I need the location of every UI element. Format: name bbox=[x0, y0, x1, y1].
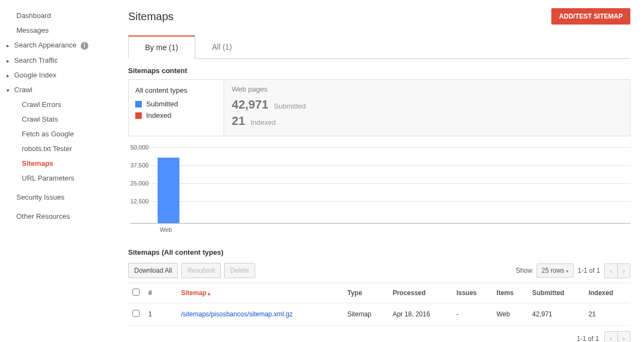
chart-bar-web-submitted bbox=[158, 158, 179, 223]
content-types-panel[interactable]: All content types Submitted Indexed bbox=[129, 80, 224, 136]
table-toolbar: Download All Resubmit Delete Show 25 row… bbox=[128, 263, 630, 278]
add-test-sitemap-button[interactable]: ADD/TEST SITEMAP bbox=[551, 8, 630, 25]
table-row: 1 /sitemaps/pisosbancos/sitemap.xml.gz S… bbox=[128, 303, 630, 326]
stat-indexed: 21 Indexed bbox=[232, 114, 622, 128]
chart-tick: 37,500 bbox=[130, 162, 149, 169]
main-content: Sitemaps ADD/TEST SITEMAP By me (1) All … bbox=[115, 0, 644, 342]
all-content-types-label: All content types bbox=[135, 86, 217, 94]
sidebar-item-crawl[interactable]: Crawl bbox=[0, 82, 115, 97]
sidebar-item-google-index[interactable]: Google Index bbox=[0, 68, 115, 82]
cell-issues: - bbox=[452, 303, 492, 326]
legend-label: Submitted bbox=[146, 100, 178, 108]
web-pages-label: Web pages bbox=[232, 85, 622, 93]
stat-value: 21 bbox=[232, 114, 245, 128]
legend-color-indexed bbox=[135, 112, 142, 119]
cell-sitemap-link[interactable]: /sitemaps/pisosbancos/sitemap.xml.gz bbox=[177, 303, 343, 326]
cell-items: Web bbox=[492, 303, 528, 326]
col-indexed[interactable]: Indexed bbox=[584, 283, 630, 303]
table-title: Sitemaps (All content types) bbox=[128, 248, 630, 256]
pager-text: 1-1 of 1 bbox=[578, 267, 600, 274]
tab-all[interactable]: All (1) bbox=[195, 35, 249, 59]
sidebar-item-crawl-errors[interactable]: Crawl Errors bbox=[0, 97, 115, 112]
tab-by-me[interactable]: By me (1) bbox=[128, 35, 195, 59]
row-checkbox[interactable] bbox=[133, 310, 140, 317]
stat-label: Indexed bbox=[250, 118, 275, 127]
pager-prev-button[interactable]: ‹ bbox=[605, 264, 617, 278]
download-all-button[interactable]: Download All bbox=[128, 263, 178, 278]
cell-indexed: 21 bbox=[584, 303, 630, 326]
pager-next-button[interactable]: › bbox=[617, 264, 630, 278]
stat-label: Submitted bbox=[274, 102, 306, 110]
sidebar-item-sitemaps[interactable]: Sitemaps bbox=[0, 156, 115, 171]
pager-prev-button-bottom[interactable]: ‹ bbox=[605, 332, 617, 342]
content-panel: All content types Submitted Indexed Web … bbox=[128, 79, 630, 136]
stat-value: 42,971 bbox=[232, 98, 268, 112]
resubmit-button[interactable]: Resubmit bbox=[181, 263, 221, 278]
stat-submitted: 42,971 Submitted bbox=[232, 98, 622, 112]
chart-tick: 50,000 bbox=[130, 144, 149, 151]
sidebar-item-search-traffic[interactable]: Search Traffic bbox=[0, 53, 115, 68]
chart-x-label: Web bbox=[160, 226, 630, 233]
pager-next-button-bottom[interactable]: › bbox=[617, 332, 630, 342]
col-num[interactable]: # bbox=[144, 283, 177, 303]
sidebar-item-search-appearance[interactable]: Search Appearance i bbox=[0, 38, 115, 53]
cell-submitted: 42,971 bbox=[528, 303, 584, 326]
legend-indexed: Indexed bbox=[135, 111, 217, 119]
col-processed[interactable]: Processed bbox=[388, 283, 452, 303]
table-footer: 1-1 of 1 ‹ › bbox=[128, 326, 630, 342]
sitemaps-content-title: Sitemaps content bbox=[128, 67, 630, 75]
chart: 50,000 37,500 25,000 12,500 Web bbox=[128, 147, 630, 233]
info-icon: i bbox=[81, 42, 88, 50]
legend-submitted: Submitted bbox=[135, 100, 217, 108]
col-submitted[interactable]: Submitted bbox=[528, 283, 584, 303]
sidebar-item-other-resources[interactable]: Other Resources bbox=[0, 209, 115, 224]
sitemaps-table: # Sitemap Type Processed Issues Items Su… bbox=[128, 283, 630, 326]
chart-tick: 12,500 bbox=[130, 198, 149, 205]
pager-nav: ‹ › bbox=[604, 263, 630, 278]
sidebar: Dashboard Messages Search Appearance i S… bbox=[0, 0, 115, 342]
cell-type: Sitemap bbox=[343, 303, 388, 326]
select-all-checkbox[interactable] bbox=[133, 289, 140, 296]
tabs: By me (1) All (1) bbox=[128, 35, 630, 59]
web-pages-panel[interactable]: Web pages 42,971 Submitted 21 Indexed bbox=[224, 80, 630, 136]
legend-label: Indexed bbox=[146, 111, 171, 119]
sidebar-item-robots-tester[interactable]: robots.txt Tester bbox=[0, 141, 115, 156]
sidebar-item-crawl-stats[interactable]: Crawl Stats bbox=[0, 112, 115, 127]
sidebar-item-url-parameters[interactable]: URL Parameters bbox=[0, 171, 115, 185]
rows-selector[interactable]: 25 rows bbox=[537, 263, 574, 278]
page-title: Sitemaps bbox=[128, 10, 173, 23]
delete-button[interactable]: Delete bbox=[224, 263, 255, 278]
show-label: Show bbox=[516, 267, 532, 274]
cell-num: 1 bbox=[144, 303, 177, 326]
col-type[interactable]: Type bbox=[343, 283, 388, 303]
sidebar-item-dashboard[interactable]: Dashboard bbox=[0, 8, 115, 23]
sidebar-item-fetch-as-google[interactable]: Fetch as Google bbox=[0, 127, 115, 141]
pager-text-bottom: 1-1 of 1 bbox=[577, 335, 599, 343]
legend-color-submitted bbox=[135, 101, 142, 107]
col-issues[interactable]: Issues bbox=[452, 283, 492, 303]
sidebar-item-label: Search Appearance bbox=[14, 41, 76, 49]
sidebar-item-messages[interactable]: Messages bbox=[0, 23, 115, 38]
sidebar-item-security-issues[interactable]: Security Issues bbox=[0, 190, 115, 205]
col-sitemap[interactable]: Sitemap bbox=[177, 283, 343, 303]
chart-tick: 25,000 bbox=[130, 180, 149, 187]
cell-processed: Apr 18, 2016 bbox=[388, 303, 452, 326]
col-items[interactable]: Items bbox=[492, 283, 528, 303]
